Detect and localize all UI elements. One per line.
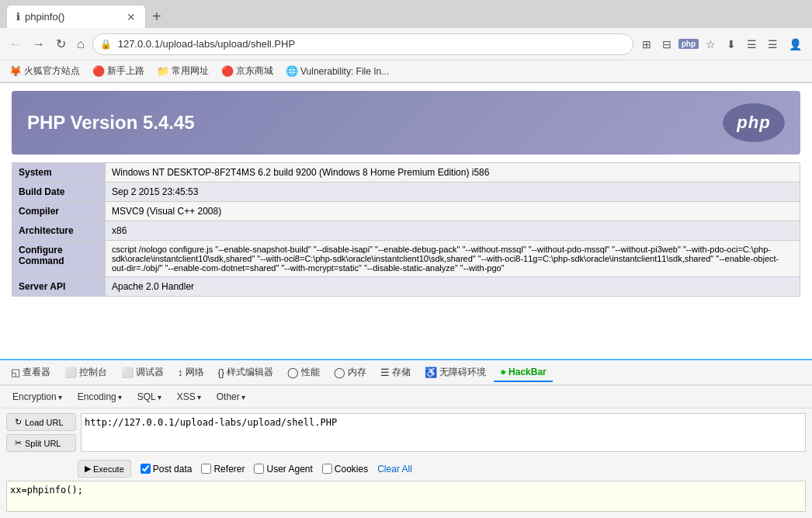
devtool-label: 调试器 [136, 366, 164, 379]
hackbar-menu-sql[interactable]: SQL ▾ [131, 389, 168, 405]
referer-checkbox-label[interactable]: Referer [201, 464, 245, 475]
bookmark-label: 京东商城 [236, 64, 273, 78]
user-agent-checkbox[interactable] [254, 464, 264, 474]
cookies-checkbox[interactable] [322, 464, 332, 474]
perf-icon: ◯ [287, 367, 299, 378]
star-button[interactable]: ☆ [702, 36, 720, 53]
post-data-checkbox-label[interactable]: Post data [141, 464, 193, 475]
hackbar-url-textarea[interactable] [81, 413, 806, 452]
load-url-button[interactable]: ↻ Load URL [6, 413, 76, 431]
devtool-accessibility[interactable]: ♿ 无障碍环境 [418, 363, 492, 382]
tab-favicon: ℹ [16, 11, 20, 23]
bookmark-firefox[interactable]: 🦊 火狐官方站点 [6, 63, 83, 79]
tab-bar: ℹ phpinfo() ✕ + [0, 0, 812, 28]
php-content: PHP Version 5.4.45 php System Windows NT… [0, 83, 812, 359]
storage-icon: ☰ [380, 367, 390, 378]
tab-close-button[interactable]: ✕ [127, 11, 136, 23]
table-row: Configure Command cscript /nologo config… [12, 241, 800, 277]
encoding-dropdown-arrow: ▾ [118, 393, 122, 402]
synced-tabs-button[interactable]: ☰ [743, 36, 761, 53]
download-button[interactable]: ⬇ [723, 36, 740, 53]
accessibility-icon: ♿ [425, 367, 437, 378]
table-cell-label: System [12, 163, 106, 183]
devtool-label: 内存 [348, 366, 366, 379]
split-url-label: Split URL [25, 439, 61, 448]
sql-dropdown-arrow: ▾ [158, 393, 161, 402]
table-cell-value: MSVC9 (Visual C++ 2008) [106, 202, 800, 221]
clear-all-button[interactable]: Clear All [377, 464, 412, 475]
table-cell-label: Configure Command [12, 241, 106, 277]
devtool-hackbar[interactable]: ● HackBar [494, 363, 553, 382]
table-cell-value: Windows NT DESKTOP-8F2T4MS 6.2 build 920… [106, 163, 800, 183]
devtool-style-editor[interactable]: {} 样式编辑器 [212, 363, 280, 382]
bookmarks-bar: 🦊 火狐官方站点 🔴 新手上路 📁 常用网址 🔴 京东商城 🌐 Vulnerab… [0, 61, 812, 82]
bookmark-newuser[interactable]: 🔴 新手上路 [89, 63, 147, 79]
load-url-icon: ↻ [15, 417, 22, 427]
address-input[interactable] [92, 33, 633, 55]
hackbar-menu-other[interactable]: Other ▾ [210, 389, 252, 405]
hackbar-bottom-controls: ▶ Execute Post data Referer User Agent C… [0, 457, 812, 481]
devtool-performance[interactable]: ◯ 性能 [281, 363, 326, 382]
hackbar-post-textarea[interactable] [6, 481, 806, 512]
cookies-label: Cookies [335, 464, 368, 475]
bookmark-label: 常用网址 [172, 64, 209, 78]
table-cell-label: Compiler [12, 202, 106, 221]
browser-menu-button[interactable]: ☰ [764, 36, 782, 53]
bookmark-jd[interactable]: 🔴 京东商城 [218, 63, 276, 79]
table-cell-label: Architecture [12, 221, 106, 241]
user-agent-checkbox-label[interactable]: User Agent [254, 464, 312, 475]
lock-icon: 🔒 [100, 39, 112, 50]
hackbar-url-buttons: ↻ Load URL ✂ Split URL [6, 413, 76, 452]
hackbar-menu-xss[interactable]: XSS ▾ [171, 389, 207, 405]
table-cell-value: Apache 2.0 Handler [106, 277, 800, 297]
split-url-icon: ✂ [15, 438, 22, 448]
devtool-inspector[interactable]: ◱ 查看器 [5, 363, 57, 382]
bookmark-vuln[interactable]: 🌐 Vulnerability: File In... [283, 64, 392, 78]
post-data-checkbox[interactable] [141, 464, 151, 474]
devtool-label: 样式编辑器 [227, 366, 273, 379]
console-icon: ⬜ [64, 367, 77, 378]
devtool-storage[interactable]: ☰ 存储 [374, 363, 417, 382]
page-area: PHP Version 5.4.45 php System Windows NT… [0, 83, 812, 518]
hackbar-post-area [6, 481, 806, 514]
hackbar-menu-encoding[interactable]: Encoding ▾ [71, 389, 128, 405]
bookmark-label: Vulnerability: File In... [300, 66, 389, 77]
network-icon: ↕ [178, 367, 183, 378]
devtool-network[interactable]: ↕ 网络 [172, 363, 210, 382]
referer-checkbox[interactable] [201, 464, 211, 474]
cookies-checkbox-label[interactable]: Cookies [322, 464, 368, 475]
execute-label: Execute [93, 464, 124, 474]
browser-chrome: ℹ phpinfo() ✕ + ← → ↻ ⌂ 🔒 ⊞ ⊟ php ☆ ⬇ ☰ … [0, 0, 812, 83]
php-version: PHP Version 5.4.45 [27, 112, 195, 134]
bookmark-common[interactable]: 📁 常用网址 [154, 63, 212, 79]
forward-button[interactable]: → [29, 36, 48, 53]
firefox-icon: 🦊 [9, 65, 22, 77]
extensions-button[interactable]: ⊞ [638, 36, 655, 53]
split-url-button[interactable]: ✂ Split URL [6, 434, 76, 452]
xss-dropdown-arrow: ▾ [197, 393, 201, 402]
table-cell-label: Server API [12, 277, 106, 297]
php-header: PHP Version 5.4.45 php [12, 91, 800, 155]
browser-tab[interactable]: ℹ phpinfo() ✕ [6, 5, 146, 28]
jd-icon: 🔴 [221, 65, 234, 77]
referer-label: Referer [213, 464, 245, 475]
hackbar-menu: Encryption ▾ Encoding ▾ SQL ▾ XSS ▾ Othe… [0, 386, 812, 408]
php-logo-text: php [737, 113, 770, 133]
new-tab-button[interactable]: + [146, 8, 168, 26]
devtool-console[interactable]: ⬜ 控制台 [58, 363, 113, 382]
execute-button[interactable]: ▶ Execute [78, 460, 131, 478]
back-button[interactable]: ← [6, 36, 25, 53]
encryption-label: Encryption [12, 391, 57, 402]
hackbar-menu-encryption[interactable]: Encryption ▾ [6, 389, 68, 405]
reload-button[interactable]: ↻ [53, 35, 69, 53]
encoding-label: Encoding [78, 391, 116, 402]
table-cell-value: cscript /nologo configure.js "--enable-s… [106, 241, 800, 277]
devtool-debugger[interactable]: ⬜ 调试器 [115, 363, 170, 382]
profile-button[interactable]: 👤 [785, 36, 806, 53]
devtool-memory[interactable]: ◯ 内存 [328, 363, 373, 382]
table-row: Compiler MSVC9 (Visual C++ 2008) [12, 202, 800, 221]
user-agent-label: User Agent [266, 464, 312, 475]
bookmark-button[interactable]: ⊟ [658, 36, 675, 53]
home-button[interactable]: ⌂ [74, 36, 88, 53]
sql-label: SQL [137, 391, 156, 402]
